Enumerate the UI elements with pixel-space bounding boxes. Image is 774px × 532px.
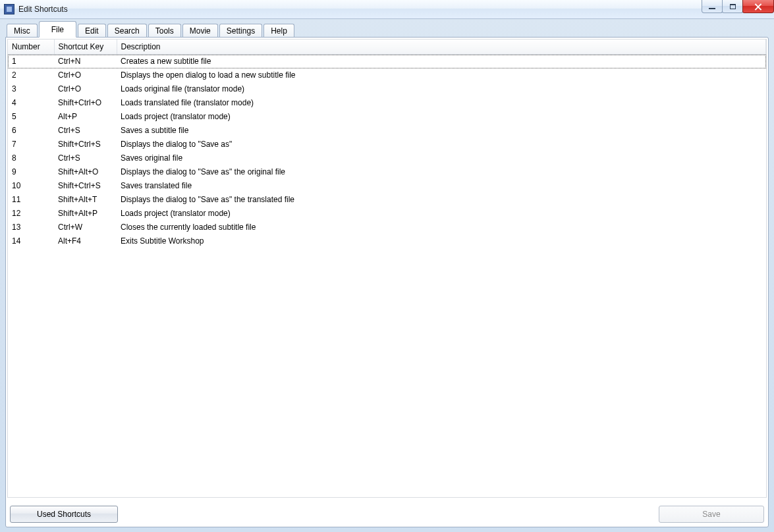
table-header-row: Number Shortcut Key Description — [8, 40, 766, 55]
table-row[interactable]: 4Shift+Ctrl+OLoads translated file (tran… — [8, 96, 766, 110]
cell-number: 7 — [8, 138, 54, 151]
close-button[interactable] — [742, 0, 774, 13]
cell-number: 8 — [8, 151, 54, 165]
table-row[interactable]: 1Ctrl+NCreates a new subtitle file — [8, 55, 766, 68]
cell-key: Ctrl+S — [54, 151, 117, 165]
table-row[interactable]: 5Alt+PLoads project (translator mode) — [8, 110, 766, 124]
cell-desc: Exits Subtitle Workshop — [117, 234, 766, 248]
table-row[interactable]: 11Shift+Alt+TDisplays the dialog to "Sav… — [8, 193, 766, 207]
column-header-shortcut-key[interactable]: Shortcut Key — [54, 40, 117, 55]
cell-desc: Saves a subtitle file — [117, 124, 766, 138]
save-button[interactable]: Save — [659, 506, 764, 523]
window-controls — [702, 0, 774, 13]
tab-movie[interactable]: Movie — [182, 24, 218, 38]
cell-key: Ctrl+S — [54, 124, 117, 138]
button-bar: Used Shortcuts Save — [6, 499, 768, 527]
cell-desc: Loads project (translator mode) — [117, 110, 766, 124]
cell-key: Shift+Ctrl+O — [54, 96, 117, 110]
cell-desc: Saves translated file — [117, 179, 766, 193]
table-row[interactable]: 3Ctrl+OLoads original file (translator m… — [8, 82, 766, 96]
cell-desc: Closes the currently loaded subtitle fil… — [117, 221, 766, 234]
tab-misc[interactable]: Misc — [7, 24, 38, 38]
table-row[interactable]: 6Ctrl+SSaves a subtitle file — [8, 124, 766, 138]
shortcut-table-container: Number Shortcut Key Description 1Ctrl+NC… — [7, 39, 767, 498]
cell-desc: Loads project (translator mode) — [117, 207, 766, 221]
tab-search[interactable]: Search — [107, 24, 147, 38]
cell-number: 9 — [8, 165, 54, 179]
cell-number: 4 — [8, 96, 54, 110]
cell-desc: Displays the open dialog to load a new s… — [117, 68, 766, 82]
cell-key: Shift+Alt+T — [54, 193, 117, 207]
cell-number: 13 — [8, 221, 54, 234]
table-row[interactable]: 9Shift+Alt+ODisplays the dialog to "Save… — [8, 165, 766, 179]
tab-help[interactable]: Help — [263, 24, 294, 38]
cell-desc: Loads original file (translator mode) — [117, 82, 766, 96]
table-row[interactable]: 12Shift+Alt+PLoads project (translator m… — [8, 207, 766, 221]
minimize-icon — [709, 8, 715, 9]
cell-desc: Displays the dialog to "Save as" — [117, 138, 766, 151]
cell-key: Ctrl+O — [54, 82, 117, 96]
cell-key: Shift+Ctrl+S — [54, 138, 117, 151]
cell-number: 5 — [8, 110, 54, 124]
cell-number: 12 — [8, 207, 54, 221]
cell-desc: Displays the dialog to "Save as" the ori… — [117, 165, 766, 179]
cell-desc: Displays the dialog to "Save as" the tra… — [117, 193, 766, 207]
table-row[interactable]: 14Alt+F4Exits Subtitle Workshop — [8, 234, 766, 248]
table-row[interactable]: 8Ctrl+SSaves original file — [8, 151, 766, 165]
cell-key: Ctrl+W — [54, 221, 117, 234]
used-shortcuts-button[interactable]: Used Shortcuts — [10, 506, 118, 523]
cell-number: 2 — [8, 68, 54, 82]
app-icon — [4, 4, 14, 14]
cell-key: Alt+P — [54, 110, 117, 124]
table-row[interactable]: 2Ctrl+ODisplays the open dialog to load … — [8, 68, 766, 82]
cell-key: Shift+Alt+P — [54, 207, 117, 221]
maximize-icon — [730, 4, 736, 9]
cell-number: 11 — [8, 193, 54, 207]
cell-key: Shift+Ctrl+S — [54, 179, 117, 193]
cell-desc: Saves original file — [117, 151, 766, 165]
tab-tools[interactable]: Tools — [148, 24, 181, 38]
window-title: Edit Shortcuts — [18, 5, 68, 14]
tab-file[interactable]: File — [39, 21, 76, 38]
tab-settings[interactable]: Settings — [219, 24, 262, 38]
cell-key: Ctrl+O — [54, 68, 117, 82]
shortcut-table: Number Shortcut Key Description 1Ctrl+NC… — [8, 40, 766, 248]
cell-key: Alt+F4 — [54, 234, 117, 248]
table-row[interactable]: 7Shift+Ctrl+SDisplays the dialog to "Sav… — [8, 138, 766, 151]
cell-number: 6 — [8, 124, 54, 138]
tab-edit[interactable]: Edit — [78, 24, 106, 38]
cell-number: 1 — [8, 55, 54, 68]
cell-number: 3 — [8, 82, 54, 96]
table-row[interactable]: 13Ctrl+WCloses the currently loaded subt… — [8, 221, 766, 234]
tab-bar: MiscFileEditSearchToolsMovieSettingsHelp — [5, 22, 769, 38]
cell-number: 14 — [8, 234, 54, 248]
minimize-button[interactable] — [702, 0, 723, 13]
cell-desc: Creates a new subtitle file — [117, 55, 766, 68]
column-header-description[interactable]: Description — [117, 40, 766, 55]
column-header-number[interactable]: Number — [8, 40, 54, 55]
close-icon — [754, 3, 762, 10]
window-body: MiscFileEditSearchToolsMovieSettingsHelp… — [0, 19, 774, 532]
titlebar: Edit Shortcuts — [0, 0, 774, 19]
cell-key: Ctrl+N — [54, 55, 117, 68]
maximize-button[interactable] — [722, 0, 743, 13]
cell-key: Shift+Alt+O — [54, 165, 117, 179]
cell-desc: Loads translated file (translator mode) — [117, 96, 766, 110]
content-panel: Number Shortcut Key Description 1Ctrl+NC… — [5, 37, 769, 527]
cell-number: 10 — [8, 179, 54, 193]
table-row[interactable]: 10Shift+Ctrl+SSaves translated file — [8, 179, 766, 193]
